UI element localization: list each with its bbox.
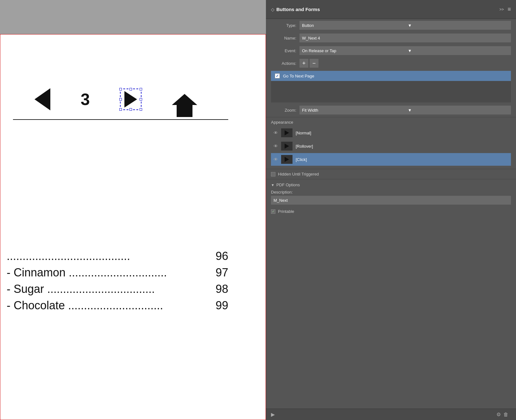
canvas-area: 3 ...............................	[0, 0, 266, 420]
appearance-section: Appearance 👁 [Normal] 👁 [Rollover] 👁 [Cl…	[266, 118, 516, 168]
divider-line	[13, 119, 228, 120]
thumb-arrow-normal	[285, 130, 289, 135]
appearance-state-click: [Click]	[296, 157, 307, 162]
event-value: On Release or Tap	[299, 48, 405, 53]
pdf-options-section: ▼ PDF Options Description:	[266, 180, 516, 208]
actions-list: Go To Next Page	[271, 71, 511, 102]
toc-entry-98: - Sugar ................................…	[3, 282, 231, 296]
action-label-go-to-next-page: Go To Next Page	[283, 74, 314, 78]
zoom-value: Fit Width	[299, 108, 405, 113]
action-item-go-to-next-page[interactable]: Go To Next Page	[271, 71, 511, 81]
divider-1	[266, 117, 516, 117]
bottom-settings-icon[interactable]: ⚙	[496, 411, 501, 417]
handle-tr	[140, 88, 142, 90]
handle-bl	[119, 108, 122, 111]
handle-tl	[119, 88, 122, 90]
toc-page-98: 98	[216, 282, 228, 296]
add-action-button[interactable]: +	[299, 59, 308, 68]
printable-checkbox[interactable]	[271, 209, 275, 214]
printable-row: Printable	[266, 208, 516, 215]
name-field[interactable]: W_Next 4	[299, 34, 511, 42]
eye-icon-rollover[interactable]: 👁	[274, 144, 278, 149]
name-value: W_Next 4	[299, 36, 511, 40]
appearance-item-rollover[interactable]: 👁 [Rollover]	[271, 140, 511, 152]
bottom-play-icon[interactable]: ▶	[271, 411, 275, 417]
printable-label: Printable	[278, 209, 294, 214]
thumb-arrow-click	[285, 157, 289, 162]
type-value: Button	[299, 23, 405, 28]
handle-br	[140, 108, 142, 111]
eye-icon-normal[interactable]: 👁	[274, 130, 278, 135]
bottom-icons-right: ⚙ 🗑	[496, 411, 511, 417]
toc-text-97: - Cinnamon .............................…	[7, 266, 167, 279]
description-row: Description:	[271, 188, 511, 196]
description-label: Description:	[271, 190, 293, 195]
handle-ml	[119, 98, 122, 101]
toc-text-96: .......................................	[7, 250, 130, 263]
appearance-thumb-rollover	[281, 142, 293, 151]
home-icon	[172, 94, 197, 105]
actions-row: Actions: + −	[266, 57, 516, 70]
eye-icon-click[interactable]: 👁	[274, 157, 278, 162]
appearance-item-normal[interactable]: 👁 [Normal]	[271, 127, 511, 139]
action-checkbox-go-to-next-page[interactable]	[275, 73, 280, 78]
page-container: 3 ...............................	[0, 34, 266, 420]
toc-text-99: - Chocolate ............................…	[7, 299, 163, 312]
type-dropdown[interactable]: Button ▼	[299, 21, 511, 30]
name-row: Name: W_Next 4	[266, 32, 516, 44]
toc-entry-99: - Chocolate ............................…	[3, 299, 231, 312]
description-input-container	[271, 196, 511, 207]
divider-2	[266, 169, 516, 169]
hidden-trigger-row: Hidden Until Triggered	[266, 170, 516, 178]
top-gray-area	[0, 0, 266, 34]
hidden-trigger-checkbox[interactable]	[271, 172, 275, 176]
toc-page-99: 99	[216, 299, 228, 312]
handle-bc	[129, 108, 132, 111]
pdf-options-label: PDF Options	[276, 182, 300, 187]
appearance-item-click[interactable]: 👁 [Click]	[271, 153, 511, 166]
panel-title-diamond: ◇	[271, 7, 274, 12]
pdf-options-header[interactable]: ▼ PDF Options	[271, 181, 511, 188]
appearance-thumb-click	[281, 155, 293, 164]
toc-area: ....................................... …	[3, 250, 231, 315]
nav-prev-button[interactable]	[35, 88, 50, 110]
nav-bar: 3	[0, 88, 231, 110]
appearance-thumb-normal	[281, 128, 293, 137]
event-row: Event: On Release or Tap ▼	[266, 44, 516, 57]
appearance-state-normal: [Normal]	[296, 131, 311, 135]
bottom-toolbar: ▶ ⚙ 🗑	[266, 409, 516, 420]
right-panel: ◇ Buttons and Forms >> ≡ Type: Button ▼ …	[266, 0, 516, 420]
panel-expand-button[interactable]: >>	[499, 7, 504, 12]
type-row: Type: Button ▼	[266, 19, 516, 32]
toc-entry-96: ....................................... …	[3, 250, 231, 263]
nav-next-button[interactable]	[120, 89, 142, 110]
panel-header: ◇ Buttons and Forms >> ≡	[266, 0, 516, 19]
page-number: 3	[81, 90, 90, 109]
name-label: Name:	[271, 36, 296, 40]
panel-title: Buttons and Forms	[276, 7, 499, 12]
panel-menu-button[interactable]: ≡	[507, 6, 511, 13]
type-label: Type:	[271, 23, 296, 28]
pdf-options-chevron: ▼	[271, 183, 274, 187]
event-dropdown-arrow: ▼	[405, 48, 511, 53]
appearance-label: Appearance	[271, 120, 511, 125]
event-label: Event:	[271, 48, 296, 53]
toc-entry-97: - Cinnamon .............................…	[3, 266, 231, 279]
handle-tc	[129, 88, 132, 90]
spacer	[266, 215, 516, 409]
handle-mr	[140, 98, 142, 101]
nav-home-button[interactable]	[172, 94, 197, 105]
actions-label: Actions:	[271, 61, 296, 66]
remove-action-button[interactable]: −	[310, 59, 318, 68]
appearance-state-rollover: [Rollover]	[296, 144, 313, 149]
hidden-trigger-label: Hidden Until Triggered	[278, 172, 319, 176]
toc-text-98: - Sugar ................................…	[7, 282, 155, 296]
toc-page-97: 97	[216, 266, 228, 279]
thumb-arrow-rollover	[285, 144, 289, 149]
zoom-dropdown[interactable]: Fit Width ▼	[299, 106, 511, 114]
bottom-trash-icon[interactable]: 🗑	[503, 412, 508, 417]
toc-page-96: 96	[216, 250, 228, 263]
description-input[interactable]	[271, 196, 511, 205]
event-dropdown[interactable]: On Release or Tap ▼	[299, 46, 511, 55]
zoom-row: Zoom: Fit Width ▼	[266, 104, 516, 116]
